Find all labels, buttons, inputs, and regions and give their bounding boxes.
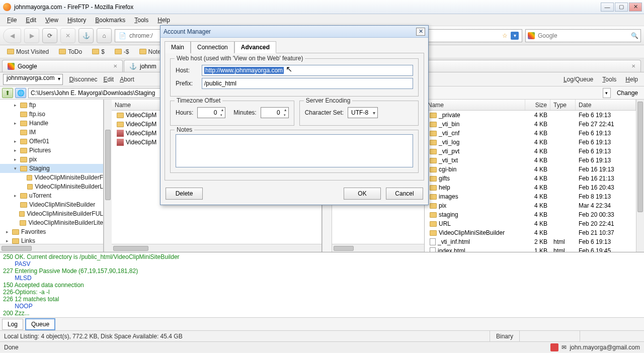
tab-connection[interactable]: Connection — [191, 41, 234, 53]
file-row[interactable]: _vti_txt4 KBFeb 6 19:13 — [425, 156, 636, 165]
file-row[interactable]: _vti_cnf4 KBFeb 6 19:13 — [425, 129, 636, 138]
ftp-link[interactable]: Log/Queue — [560, 76, 596, 83]
dialog-titlebar[interactable]: Account Manager ✕ — [160, 26, 428, 38]
tree-item[interactable]: VideoClipMinisiteBuilderL — [0, 182, 103, 191]
log-pane[interactable]: 250 OK. Current directory is /public_htm… — [0, 252, 644, 318]
tree-item[interactable]: IM — [0, 128, 103, 137]
tree-item[interactable]: ▸Pictures — [0, 146, 103, 155]
bookmark-item[interactable]: $ — [89, 47, 108, 56]
tree-item[interactable]: ▸pix — [0, 155, 103, 164]
host-input[interactable]: http://www.johnmayorga.com — [202, 65, 413, 76]
file-row[interactable]: _vti_log4 KBFeb 6 19:13 — [425, 138, 636, 147]
file-row[interactable]: _vti_pvt4 KBFeb 6 19:13 — [425, 147, 636, 156]
local-browse-button[interactable]: 🌐 — [15, 88, 26, 98]
file-row[interactable]: index.html1 KBhtmlFeb 6 19:45 — [425, 246, 636, 252]
file-row[interactable]: _vti_inf.html2 KBhtmlFeb 6 19:13 — [425, 237, 636, 246]
dialog-close-button[interactable]: ✕ — [416, 28, 425, 36]
file-row[interactable]: URL4 KBFeb 20 22:41 — [425, 219, 636, 228]
delete-button[interactable]: Delete — [166, 188, 203, 200]
tree-item[interactable]: ▸uTorrent — [0, 191, 103, 200]
feed-icon[interactable]: ▾ — [511, 32, 519, 40]
tree-item[interactable]: VideoClipMinisiteBuilderLite — [0, 218, 103, 227]
menu-tools[interactable]: Tools — [130, 16, 152, 25]
home-button[interactable]: ⌂ — [97, 28, 112, 43]
fireftp-icon[interactable]: ⚓ — [78, 28, 94, 43]
local-up-button[interactable]: ⬆ — [2, 88, 13, 98]
tree-item[interactable]: ▸Offer01 — [0, 137, 103, 146]
file-row[interactable]: images4 KBFeb 8 19:13 — [425, 192, 636, 201]
notes-textarea[interactable] — [176, 134, 413, 167]
file-row[interactable]: pix4 KBMar 4 22:34 — [425, 201, 636, 210]
change-button[interactable]: Change — [613, 88, 642, 98]
minutes-spinner[interactable]: 0 — [261, 107, 289, 118]
log-tab-queue[interactable]: Queue — [25, 318, 55, 330]
minimize-button[interactable]: — — [601, 3, 614, 12]
stop-button[interactable]: ✕ — [60, 28, 75, 43]
remote-file-vscroll[interactable] — [636, 100, 644, 252]
ftp-link[interactable]: Disconnec — [66, 76, 100, 83]
reload-button[interactable]: ⟳ — [42, 28, 57, 43]
menu-help[interactable]: Help — [153, 16, 174, 25]
status-email-icon[interactable]: ✉ — [561, 344, 567, 351]
tree-item[interactable]: ftp.iso — [0, 110, 103, 119]
remote-path-dropdown[interactable]: ▾ — [603, 88, 611, 98]
file-row[interactable]: help4 KBFeb 16 20:43 — [425, 183, 636, 192]
menu-bookmarks[interactable]: Bookmarks — [91, 16, 129, 25]
tab-close-icon[interactable]: ✕ — [113, 63, 117, 69]
tree-item[interactable]: ▸ftp — [0, 101, 103, 110]
file-row[interactable]: _private4 KBFeb 6 19:13 — [425, 111, 636, 120]
charset-select[interactable]: UTF-8 — [348, 107, 378, 118]
tree-item[interactable]: ▸Favorites — [0, 227, 103, 236]
bookmark-item[interactable]: Most Visited — [4, 47, 52, 56]
file-row[interactable]: staging4 KBFeb 20 00:33 — [425, 210, 636, 219]
tab-advanced[interactable]: Advanced — [234, 41, 276, 53]
ftp-link[interactable]: Edit — [100, 76, 117, 83]
file-row[interactable]: VideoClipMiniSiteBuilder4 KBFeb 21 10:37 — [425, 228, 636, 237]
forward-button[interactable]: ▶ — [24, 28, 39, 43]
search-box[interactable]: Google 🔍 — [525, 29, 641, 42]
bookmark-item[interactable]: -$ — [112, 47, 132, 56]
tree-item[interactable]: VideoClipMinisiteBuilderF — [0, 173, 103, 182]
remote-col-size[interactable]: Size — [525, 100, 550, 110]
file-row[interactable]: cgi-bin4 KBFeb 16 19:13 — [425, 165, 636, 174]
bookmark-item[interactable]: ToDo — [56, 47, 85, 56]
file-row[interactable]: gifts4 KBFeb 16 21:13 — [425, 174, 636, 183]
account-select[interactable]: johnmayorga.com — [3, 74, 63, 85]
remote-col-type[interactable]: Type — [550, 100, 576, 110]
tree-item[interactable]: VideoClipMiniSiteBuilder — [0, 200, 103, 209]
ok-button[interactable]: OK — [344, 188, 381, 200]
hours-spinner[interactable]: 0 — [197, 107, 225, 118]
ftp-link[interactable]: Abort — [117, 76, 137, 83]
window-close-button[interactable]: ✕ — [629, 3, 642, 12]
menu-view[interactable]: View — [41, 16, 62, 25]
back-button[interactable]: ◀ — [3, 28, 21, 43]
search-go-icon[interactable]: 🔍 — [631, 32, 638, 39]
bookmark-star-icon[interactable]: ☆ — [502, 32, 508, 39]
maximize-button[interactable]: ▢ — [615, 3, 628, 12]
log-tab-log[interactable]: Log — [2, 319, 23, 330]
remote-file-header[interactable]: Name Size Type Date — [425, 100, 636, 111]
tab-close-icon[interactable]: ✕ — [631, 63, 635, 69]
file-row[interactable]: _vti_bin4 KBFeb 27 22:41 — [425, 120, 636, 129]
tree-item[interactable]: ▸Handle — [0, 119, 103, 128]
local-tree-vscroll[interactable] — [104, 100, 112, 252]
remote-col-name[interactable]: Name — [425, 100, 525, 110]
local-file-hscroll[interactable] — [112, 244, 321, 252]
menu-history[interactable]: History — [63, 16, 90, 25]
tab-main[interactable]: Main — [165, 41, 191, 53]
browser-tab[interactable]: Google✕ — [2, 60, 123, 72]
prefix-input[interactable]: /public_html — [202, 78, 413, 89]
ftp-link[interactable]: Tools — [599, 76, 619, 83]
local-tree[interactable]: ▸ftpftp.iso▸HandleIM▸Offer01▸Pictures▸pi… — [0, 100, 103, 244]
local-tree-hscroll[interactable] — [0, 244, 103, 252]
tree-item[interactable]: VideoClipMinisiteBuilderFUL — [0, 209, 103, 218]
tree-item[interactable]: ▸Links — [0, 236, 103, 244]
ftp-link[interactable]: Help — [622, 76, 641, 83]
remote-file-list[interactable]: _private4 KBFeb 6 19:13_vti_bin4 KBFeb 2… — [425, 111, 636, 252]
noscript-icon[interactable] — [550, 343, 558, 351]
remote-col-date[interactable]: Date — [576, 100, 636, 110]
cancel-button[interactable]: Cancel — [386, 188, 423, 200]
menu-file[interactable]: File — [3, 16, 21, 25]
tree-item[interactable]: ▾Staging — [0, 164, 103, 173]
menu-edit[interactable]: Edit — [22, 16, 40, 25]
